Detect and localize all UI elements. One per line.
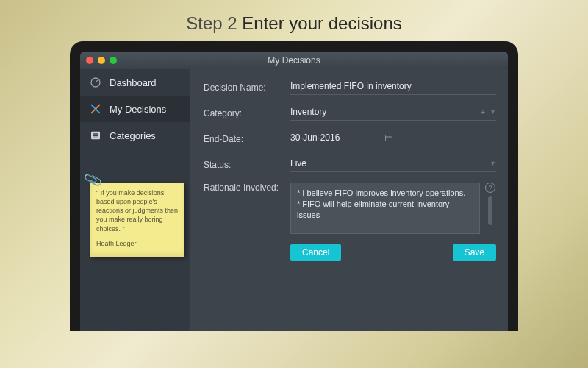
content: Dashboard My Decisions Categories bbox=[80, 69, 508, 331]
decision-name-input[interactable]: Implemented FIFO in inventory bbox=[290, 79, 496, 95]
label-category: Category: bbox=[204, 108, 290, 118]
calendar-icon[interactable] bbox=[384, 133, 393, 142]
sidebar-item-label: My Decisions bbox=[110, 104, 166, 115]
sidebar-item-categories[interactable]: Categories bbox=[80, 122, 190, 149]
row-category: Category: Inventory +▼ bbox=[204, 105, 496, 121]
plus-icon[interactable]: + bbox=[481, 107, 485, 116]
sidebar-item-dashboard[interactable]: Dashboard bbox=[80, 69, 190, 96]
page-title: Step 2 Enter your decisions bbox=[0, 0, 588, 41]
sidebar-item-my-decisions[interactable]: My Decisions bbox=[80, 96, 190, 122]
save-button[interactable]: Save bbox=[453, 244, 496, 261]
window-title: My Decisions bbox=[80, 55, 508, 66]
svg-rect-8 bbox=[386, 135, 392, 141]
list-icon bbox=[89, 129, 102, 142]
sidebar: Dashboard My Decisions Categories bbox=[80, 69, 190, 331]
monitor-frame: My Decisions Dashboard My Decisions bbox=[70, 41, 518, 331]
titlebar: My Decisions bbox=[80, 52, 508, 69]
status-select[interactable]: Live ▼ bbox=[290, 157, 496, 172]
form-panel: Decision Name: Implemented FIFO in inven… bbox=[190, 69, 508, 331]
row-end-date: End-Date: 30-Jun-2016 bbox=[204, 131, 496, 146]
sidebar-item-label: Categories bbox=[110, 130, 156, 141]
category-value: Inventory bbox=[290, 107, 326, 117]
status-value: Live bbox=[290, 158, 306, 169]
button-row: Cancel Save bbox=[204, 244, 496, 261]
scrollbar[interactable] bbox=[488, 196, 492, 225]
row-status: Status: Live ▼ bbox=[204, 157, 496, 172]
sidebar-item-label: Dashboard bbox=[110, 77, 157, 88]
sticky-quote: " If you make decisions based upon peopl… bbox=[96, 188, 179, 233]
row-rationale: Rationale Involved: ? bbox=[204, 183, 496, 234]
step-prefix: Step 2 bbox=[186, 13, 242, 33]
sticky-note: 📎 " If you make decisions based upon peo… bbox=[80, 183, 190, 264]
label-status: Status: bbox=[204, 160, 290, 170]
category-select[interactable]: Inventory +▼ bbox=[290, 105, 496, 121]
label-end-date: End-Date: bbox=[204, 134, 290, 144]
app-window: My Decisions Dashboard My Decisions bbox=[80, 52, 508, 331]
monitor-screen: My Decisions Dashboard My Decisions bbox=[80, 52, 508, 331]
chevron-down-icon: ▼ bbox=[490, 108, 496, 116]
cancel-button[interactable]: Cancel bbox=[290, 244, 341, 261]
chevron-down-icon: ▼ bbox=[490, 160, 496, 167]
decision-name-value: Implemented FIFO in inventory bbox=[290, 81, 412, 91]
label-rationale: Rationale Involved: bbox=[204, 183, 290, 193]
sticky-attribution: Heath Ledger bbox=[96, 239, 179, 248]
cross-tools-icon bbox=[89, 102, 102, 116]
label-decision-name: Decision Name: bbox=[204, 82, 290, 93]
svg-line-1 bbox=[96, 80, 98, 82]
row-decision-name: Decision Name: Implemented FIFO in inven… bbox=[204, 79, 496, 95]
help-icon[interactable]: ? bbox=[485, 183, 495, 193]
end-date-value: 30-Jun-2016 bbox=[290, 132, 340, 143]
rationale-textarea[interactable] bbox=[290, 183, 480, 234]
gauge-icon bbox=[89, 76, 102, 89]
end-date-input[interactable]: 30-Jun-2016 bbox=[290, 131, 393, 146]
step-title: Enter your decisions bbox=[242, 13, 401, 33]
